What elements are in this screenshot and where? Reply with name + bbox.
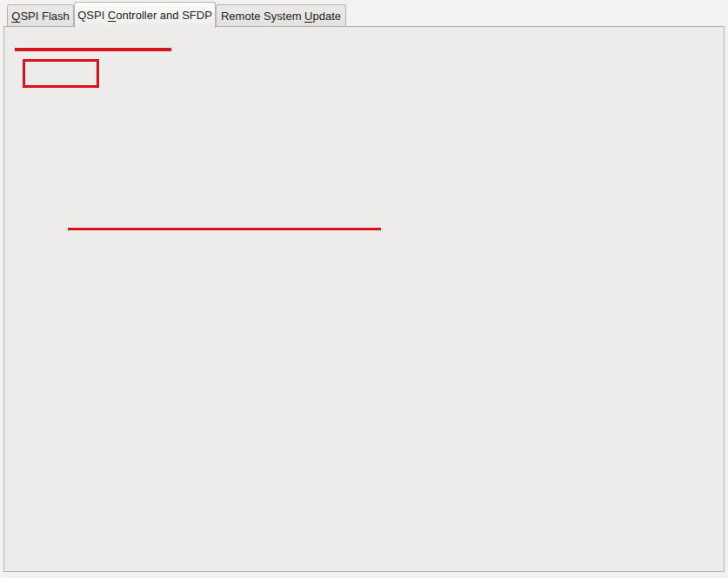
tab-qspi-controller-and-sfdp[interactable]: QSPI Controller and SFDP bbox=[74, 2, 216, 28]
tab-page bbox=[3, 26, 725, 572]
tab-qspi-flash[interactable]: QSPI Flash bbox=[7, 4, 74, 27]
application-window: { "tabs": [ {"pre":"", "u":"Q", "post":"… bbox=[0, 0, 728, 578]
annotation-title-underline bbox=[15, 48, 171, 51]
annotation-command-mode-underline bbox=[68, 228, 381, 230]
tab-label: Remote System Update bbox=[221, 10, 341, 23]
annotation-read-highlight bbox=[23, 59, 99, 88]
tab-remote-system-update[interactable]: Remote System Update bbox=[216, 4, 346, 27]
tab-label: QSPI Flash bbox=[11, 10, 69, 23]
tab-label: QSPI Controller and SFDP bbox=[77, 9, 212, 22]
